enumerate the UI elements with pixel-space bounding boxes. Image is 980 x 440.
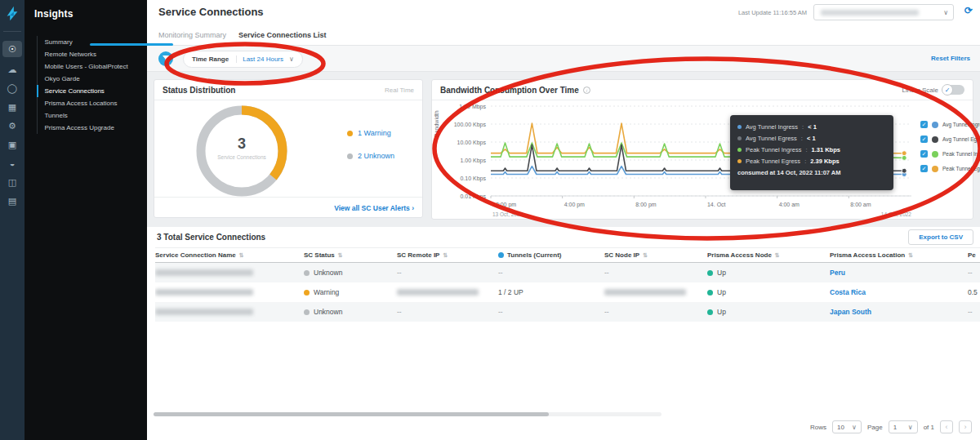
info-icon[interactable]: i [583,87,590,94]
bandwidth-legend: ✓ Avg Tunnel Ingress ✓ Avg Tunnel Egress… [920,121,980,180]
col-service-connection-name: Service Connection Name [155,251,236,259]
filter-button[interactable] [158,51,173,66]
rows-per-page-select[interactable]: 10 ∨ [832,420,862,433]
checkbox-checked-icon[interactable]: ✓ [920,150,928,158]
tab-service-connections-list[interactable]: Service Connections List [238,31,327,39]
legend-label: Peak Tunnel Ingress [942,151,980,157]
svg-text:13 Oct, 2022: 13 Oct, 2022 [492,211,523,217]
page-value: 1 [893,424,897,431]
col-sc-status: SC Status [304,251,335,259]
sidebar-item-pa-locations[interactable]: Prisma Access Locations [37,97,131,109]
node-status-badge: Up [717,308,726,316]
layout-columns-icon[interactable]: ◫ [2,176,22,189]
sort-icon[interactable]: ⇅ [443,252,448,259]
prisma-logo-icon[interactable] [3,4,21,22]
checkbox-checked-icon[interactable]: ✓ [920,165,928,172]
horizontal-scrollbar-thumb[interactable] [154,412,549,416]
legend-item-warning[interactable]: 1 Warning [347,129,394,137]
series-dot-icon [932,136,938,143]
funnel-icon [163,56,170,63]
location-link[interactable]: Costa Rica [830,288,866,296]
page-total-label: of 1 [924,424,934,431]
sidebar-item-summary[interactable]: Summary [37,36,131,48]
sidebar-item-okyo-garde[interactable]: Okyo Garde [37,73,131,85]
table-row[interactable]: Unknown -- -- -- Up Japan South -- [155,302,980,322]
tenant-dropdown[interactable]: ∨ [813,4,954,20]
tooltip-label: Avg Tunnel Egress [746,135,797,142]
cloud-performance-icon[interactable]: ☁ [2,64,22,76]
sort-icon[interactable]: ⇅ [643,252,648,259]
next-page-button[interactable]: › [959,420,972,433]
status-total-label: Service Connections [194,154,289,160]
node-status-dot-icon [707,270,713,276]
svg-text:14 Oct, 2022: 14 Oct, 2022 [881,211,912,217]
sidebar-item-pa-upgrade[interactable]: Prisma Access Upgrade [37,122,131,134]
node-ip-cell: -- [604,308,707,316]
pagination: Rows 10 ∨ Page 1 ∨ of 1 ‹ › [810,420,972,433]
location-link[interactable]: Peru [830,269,845,277]
table-row[interactable]: Warning 1 / 2 UP Up Costa Rica 0.5 [155,282,980,302]
sidebar-item-tunnels[interactable]: Tunnels [37,109,131,122]
lightbulb-icon[interactable]: ☉ [2,41,22,57]
gear-icon[interactable]: ⚙ [2,120,22,132]
time-range-dropdown[interactable]: Time Range Last 24 Hours ∨ [183,51,303,68]
sort-icon[interactable]: ⇅ [338,252,343,259]
status-dot-icon [304,309,310,315]
unknown-dot-icon [347,153,353,159]
real-time-badge: Real Time [385,87,414,94]
time-range-label: Time Range [192,56,237,63]
sort-icon[interactable]: ⇅ [775,252,780,259]
svg-text:0.01 Kbps: 0.01 Kbps [460,193,486,200]
linear-scale-toggle[interactable]: ✓ [942,85,964,95]
tooltip-separator: : [802,123,804,131]
chart-tooltip: Avg Tunnel Ingress : < 1 Avg Tunnel Egre… [730,115,893,190]
svg-text:4:00 am: 4:00 am [779,202,800,207]
view-sc-user-alerts-link[interactable]: View all SC User Alerts › [334,204,414,212]
node-status-dot-icon [707,309,713,315]
status-distribution-card: Status Distribution Real Time 3 Service … [154,79,423,218]
location-link[interactable]: Japan South [830,308,871,316]
linear-scale-label: Linear Scale [902,87,938,94]
sidebar-item-remote-networks[interactable]: Remote Networks [37,48,131,60]
table-row[interactable]: Unknown -- -- -- Up Peru -- [155,263,980,282]
refresh-icon[interactable]: ⟳ [964,5,973,16]
sort-icon[interactable]: ⇅ [908,252,913,259]
prev-page-button[interactable]: ‹ [940,420,953,433]
col-tunnels-current: Tunnels (Current) [507,251,562,259]
status-card-footer: View all SC User Alerts › [154,197,422,217]
legend-item-unknown[interactable]: 2 Unknown [347,152,394,160]
horizontal-scrollbar-track[interactable] [154,412,662,416]
tooltip-value: < 1 [808,123,817,131]
checkbox-checked-icon[interactable]: ✓ [920,121,928,128]
sort-icon[interactable]: ⇅ [239,252,244,259]
ring-icon[interactable]: ◯ [2,82,22,95]
rail-divider [3,31,21,32]
status-badge: Warning [314,288,339,296]
panel-icon[interactable]: ▣ [2,139,22,151]
tooltip-value: < 1 [807,135,816,142]
apps-grid-icon[interactable]: ▦ [2,101,22,113]
status-badge: Unknown [314,308,342,316]
warning-dot-icon [347,131,353,136]
insights-dashboard: ☉ ☁ ◯ ▦ ⚙ ▣ ◒ ◫ ▤ Insights Summary Remot… [0,0,980,440]
page-select[interactable]: 1 ∨ [889,420,918,433]
sidebar-item-service-connections[interactable]: Service Connections [37,85,131,97]
tooltip-value: 1.31 Kbps [811,146,840,153]
peak-cell: -- [968,308,980,316]
series-dot-icon [932,166,938,172]
reset-filters-link[interactable]: Reset Filters [931,55,970,62]
svg-text:14. Oct: 14. Oct [707,202,726,207]
series-dot-icon [737,148,742,152]
col-sc-remote-ip: SC Remote IP [397,251,439,259]
tunnels-cell: 1 / 2 UP [498,288,604,296]
checkbox-checked-icon[interactable]: ✓ [920,136,928,143]
table-title: 3 Total Service Connections [157,233,265,242]
legend-label: Peak Tunnel Egress [942,166,980,171]
tabs-bar: Monitoring Summary Service Connections L… [147,24,980,46]
export-to-csv-button[interactable]: Export to CSV [908,229,973,245]
document-icon[interactable]: ▤ [2,195,22,207]
tab-monitoring-summary[interactable]: Monitoring Summary [158,31,226,39]
bell-icon[interactable]: ◒ [2,158,22,170]
redacted-name [155,309,253,315]
sidebar-item-mobile-users[interactable]: Mobile Users - GlobalProtect [37,60,131,73]
